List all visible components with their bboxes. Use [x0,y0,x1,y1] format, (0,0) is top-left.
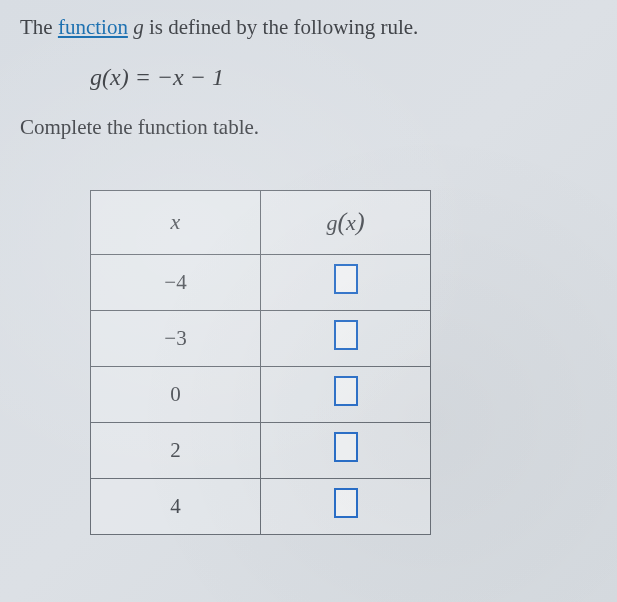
header-gx-g: g [326,210,337,235]
function-link[interactable]: function [58,15,128,39]
answer-input[interactable] [334,432,358,462]
function-table-wrap: x g(x) −4 −3 0 2 4 [90,190,597,535]
header-gx-x: x [346,210,356,235]
table-header-row: x g(x) [91,190,431,254]
cell-x: −3 [91,310,261,366]
cell-x: 0 [91,366,261,422]
intro-suffix: is defined by the following rule. [144,15,419,39]
cell-x: −4 [91,254,261,310]
formula-g: g [90,64,102,90]
answer-input[interactable] [334,488,358,518]
header-gx-close: ) [356,207,365,236]
cell-x: 4 [91,478,261,534]
formula: g(x) = −x − 1 [90,64,597,91]
header-gx-open: ( [337,207,346,236]
intro-prefix: The [20,15,58,39]
table-row: 2 [91,422,431,478]
answer-input[interactable] [334,320,358,350]
header-gx: g(x) [261,190,431,254]
table-row: 0 [91,366,431,422]
cell-gx [261,422,431,478]
answer-input[interactable] [334,264,358,294]
cell-gx [261,478,431,534]
formula-eq: = [129,64,157,90]
cell-gx [261,310,431,366]
table-row: −4 [91,254,431,310]
formula-x: x [110,64,121,90]
formula-rhs: −x − 1 [157,64,224,90]
table-row: −3 [91,310,431,366]
table-row: 4 [91,478,431,534]
instruction-text: Complete the function table. [20,115,597,140]
intro-text: The function g is defined by the followi… [20,12,597,44]
intro-var: g [133,15,144,39]
cell-x: 2 [91,422,261,478]
header-x: x [91,190,261,254]
cell-gx [261,366,431,422]
formula-paren-open: ( [102,64,110,90]
formula-paren-close: ) [121,64,129,90]
answer-input[interactable] [334,376,358,406]
function-table: x g(x) −4 −3 0 2 4 [90,190,431,535]
cell-gx [261,254,431,310]
